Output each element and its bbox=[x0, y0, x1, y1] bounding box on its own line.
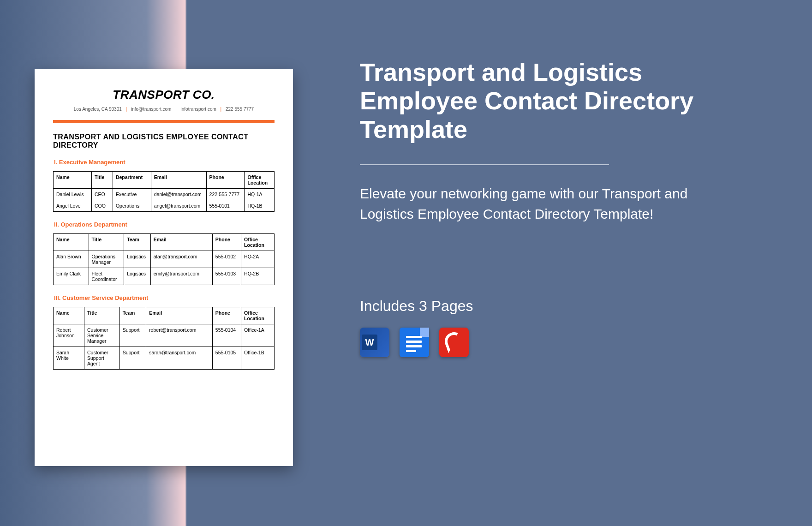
table-cell: COO bbox=[91, 200, 113, 212]
table-row: Angel LoveCOOOperationsangel@transport.c… bbox=[53, 200, 274, 212]
table-cell: sarah@transport.com bbox=[146, 347, 213, 370]
column-header: Name bbox=[53, 172, 91, 189]
table-cell: Customer Support Agent bbox=[84, 347, 120, 370]
meta-separator: | bbox=[218, 107, 225, 112]
info-panel: Transport and Logistics Employee Contact… bbox=[328, 0, 812, 526]
company-meta: Los Angeles, CA 90301 | info@transport.c… bbox=[53, 107, 275, 112]
table-cell: Office-1A bbox=[241, 324, 275, 347]
column-header: Phone bbox=[206, 172, 245, 189]
table-row: Emily ClarkFleet CoordinatorLogisticsemi… bbox=[53, 268, 274, 285]
table-cell: daniel@transport.com bbox=[151, 189, 206, 200]
table-cell: 555-0105 bbox=[212, 347, 241, 370]
directory-table: NameTitleTeamEmailPhoneOffice LocationAl… bbox=[53, 233, 275, 285]
meta-address: Los Angeles, CA 90301 bbox=[74, 107, 122, 112]
table-cell: Robert Johnson bbox=[53, 324, 84, 347]
section-heading: II. Operations Department bbox=[54, 221, 275, 228]
column-header: Phone bbox=[212, 234, 241, 251]
includes-pages: Includes 3 Pages bbox=[360, 298, 775, 315]
column-header: Title bbox=[89, 234, 124, 251]
table-cell: HQ-2A bbox=[241, 251, 275, 268]
table-cell: HQ-1B bbox=[245, 200, 275, 212]
table-cell: Support bbox=[119, 347, 146, 370]
table-cell: 555-0103 bbox=[212, 268, 241, 285]
table-cell: Office-1B bbox=[241, 347, 275, 370]
section-heading: III. Customer Service Department bbox=[54, 294, 275, 301]
directory-table: NameTitleDepartmentEmailPhoneOffice Loca… bbox=[53, 171, 275, 212]
column-header: Team bbox=[119, 307, 146, 324]
meta-separator: | bbox=[173, 107, 179, 112]
column-header: Email bbox=[151, 172, 206, 189]
column-header: Title bbox=[91, 172, 113, 189]
word-icon: W bbox=[360, 328, 389, 357]
directory-table: NameTitleTeamEmailPhoneOffice LocationRo… bbox=[53, 307, 275, 370]
table-cell: Sarah White bbox=[53, 347, 84, 370]
document-title: TRANSPORT AND LOGISTICS EMPLOYEE CONTACT… bbox=[53, 133, 275, 149]
table-cell: Alan Brown bbox=[53, 251, 89, 268]
table-row: Sarah WhiteCustomer Support AgentSupport… bbox=[53, 347, 274, 370]
word-letter: W bbox=[362, 335, 377, 350]
column-header: Name bbox=[53, 234, 89, 251]
table-cell: Customer Service Manager bbox=[84, 324, 120, 347]
table-cell: 555-0102 bbox=[212, 251, 241, 268]
table-cell: Logistics bbox=[124, 268, 150, 285]
column-header: Phone bbox=[212, 307, 241, 324]
table-cell: Logistics bbox=[124, 251, 150, 268]
table-cell: Daniel Lewis bbox=[53, 189, 91, 200]
template-blurb: Elevate your networking game with our Tr… bbox=[360, 184, 720, 224]
table-cell: HQ-2B bbox=[241, 268, 275, 285]
column-header: Office Location bbox=[241, 234, 275, 251]
meta-email: info@transport.com bbox=[131, 107, 171, 112]
section-heading: I. Executive Management bbox=[54, 159, 275, 166]
column-header: Name bbox=[53, 307, 84, 324]
column-header: Office Location bbox=[245, 172, 275, 189]
format-icons-row: W bbox=[360, 328, 775, 357]
divider bbox=[360, 164, 609, 165]
document-page: TRANSPORT CO. Los Angeles, CA 90301 | in… bbox=[35, 69, 293, 466]
column-header: Email bbox=[150, 234, 212, 251]
table-cell: alan@transport.com bbox=[150, 251, 212, 268]
preview-panel: TRANSPORT CO. Los Angeles, CA 90301 | in… bbox=[0, 0, 328, 526]
company-brand: TRANSPORT CO. bbox=[53, 88, 275, 102]
table-cell: Operations bbox=[113, 200, 151, 212]
table-row: Daniel LewisCEOExecutivedaniel@transport… bbox=[53, 189, 274, 200]
column-header: Office Location bbox=[241, 307, 275, 324]
table-cell: Emily Clark bbox=[53, 268, 89, 285]
table-cell: Support bbox=[119, 324, 146, 347]
pdf-icon bbox=[439, 328, 469, 357]
column-header: Title bbox=[84, 307, 120, 324]
table-cell: emily@transport.com bbox=[150, 268, 212, 285]
meta-phone: 222 555 7777 bbox=[226, 107, 254, 112]
table-cell: Operations Manager bbox=[89, 251, 124, 268]
meta-site: infotransport.com bbox=[181, 107, 216, 112]
table-cell: 555-0101 bbox=[206, 200, 245, 212]
table-cell: angel@transport.com bbox=[151, 200, 206, 212]
table-cell: Fleet Coordinator bbox=[89, 268, 124, 285]
table-cell: HQ-1A bbox=[245, 189, 275, 200]
column-header: Email bbox=[146, 307, 213, 324]
column-header: Team bbox=[124, 234, 150, 251]
google-docs-icon bbox=[400, 328, 429, 357]
table-cell: 555-0104 bbox=[212, 324, 241, 347]
table-cell: Executive bbox=[113, 189, 151, 200]
meta-separator: | bbox=[123, 107, 130, 112]
table-cell: Angel Love bbox=[53, 200, 91, 212]
template-title: Transport and Logistics Employee Contact… bbox=[360, 58, 738, 143]
table-cell: 222-555-7777 bbox=[206, 189, 245, 200]
table-row: Robert JohnsonCustomer Service ManagerSu… bbox=[53, 324, 274, 347]
column-header: Department bbox=[113, 172, 151, 189]
table-cell: robert@transport.com bbox=[146, 324, 213, 347]
table-cell: CEO bbox=[91, 189, 113, 200]
table-row: Alan BrownOperations ManagerLogisticsala… bbox=[53, 251, 274, 268]
accent-bar bbox=[53, 120, 275, 123]
